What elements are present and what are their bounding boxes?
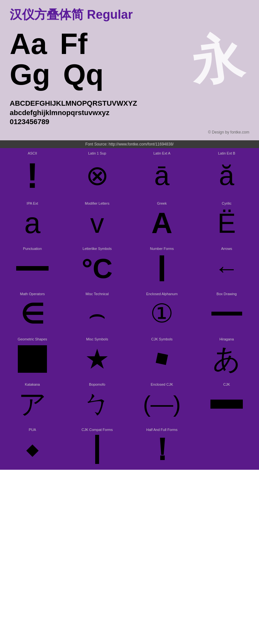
specimen-char-qq: Qq: [63, 60, 104, 89]
cell-glyph-latinexta: ā: [154, 158, 169, 193]
cell-glyph-hiragana: あ: [213, 344, 241, 374]
cell-label-modletters: Modifier Letters: [85, 201, 109, 205]
cell-label-numforms: Number Forms: [150, 247, 174, 251]
yong-char-glyph: 永: [186, 22, 248, 98]
cell-glyph-katakana: ア: [18, 389, 47, 420]
cell-label-bopomofo: Bopomofo: [89, 382, 105, 386]
cell-empty: [194, 424, 259, 470]
cell-modletters: Modifier Letters v: [65, 198, 130, 243]
cell-latin1sup: Latin 1 Sup ⊗: [65, 148, 130, 198]
specimen-char-ff: Ff: [60, 29, 87, 59]
cell-glyph-greek: Α: [152, 208, 173, 239]
cell-label-cjksym: CJK Symbols: [151, 337, 173, 341]
cell-label-katakana: Katakana: [25, 382, 40, 386]
cell-glyph-pua: ◆: [26, 434, 39, 465]
cell-label-geoshapes: Geometric Shapes: [17, 337, 47, 341]
credit-line: © Design by fontke.com: [10, 128, 249, 137]
specimen-row-1: Aa Ff: [10, 29, 185, 59]
cell-label-latinexta: Latin Ext A: [153, 151, 171, 155]
cell-punctuation: Punctuation: [0, 243, 65, 289]
cell-label-miscsym: Misc Symbols: [86, 337, 108, 341]
cell-cjkcompat: CJK Compat Forms: [65, 424, 130, 470]
specimen-area: Aa Ff Gg Qq 永: [10, 26, 249, 94]
cell-halfandfull: Half And Full Forms ！: [130, 424, 194, 470]
cell-glyph-ascii: !: [27, 158, 39, 193]
cell-glyph-punctuation: [16, 253, 49, 284]
cell-arrows: Arrows ←: [194, 243, 259, 289]
cell-numforms: Number Forms: [130, 243, 194, 289]
cell-glyph-enccjk: (—): [143, 389, 181, 420]
cell-boxdraw: Box Drawing: [194, 289, 259, 334]
cell-glyph-cjkcompat: [95, 434, 99, 465]
cell-enccjk: Enclosed CJK (—): [130, 379, 194, 424]
cell-label-punctuation: Punctuation: [23, 247, 42, 251]
cell-label-latin1sup: Latin 1 Sup: [88, 151, 106, 155]
cell-glyph-cjksym: [157, 344, 167, 374]
cell-hiragana: Hiragana あ: [194, 334, 259, 379]
specimen-row-2: Gg Qq: [10, 60, 185, 89]
cell-glyph-bopomofo: ㄅ: [83, 389, 111, 420]
specimen-char-aa: Aa: [10, 29, 47, 59]
cell-label-ipaext: IPA Ext: [27, 201, 38, 205]
cell-bopomofo: Bopomofo ㄅ: [65, 379, 130, 424]
source-bar: Font Source: http://www.fontke.com/font/…: [0, 140, 259, 148]
alphabet-lower: abcdefghijklmnopqrstuvwxyz: [10, 108, 249, 118]
cell-label-latinextb: Latin Ext B: [218, 151, 235, 155]
cell-geoshapes: Geometric Shapes: [0, 334, 65, 379]
cell-label-cjkcompat: CJK Compat Forms: [82, 428, 113, 432]
specimen-char-gg: Gg: [10, 60, 50, 89]
digits: 0123456789: [10, 117, 249, 127]
cell-label-enccjk: Enclosed CJK: [151, 382, 173, 386]
cell-glyph-mathop: ∈: [20, 298, 44, 329]
cell-letterlike: Letterlike Symbols °C: [65, 243, 130, 289]
cell-glyph-miscsym: ★: [85, 344, 109, 374]
header-section: 汉仪方叠体简 Regular Aa Ff Gg Qq 永 ABCDEFGHIJK…: [0, 0, 259, 140]
cell-label-letterlike: Letterlike Symbols: [83, 247, 112, 251]
cell-cyrilic: Cyrilic Ё: [194, 198, 259, 243]
cell-glyph-encalpha: ①: [150, 298, 174, 329]
cell-cjk: CJK: [194, 379, 259, 424]
alphabet-upper: ABCDEFGHIJKLMNOPQRSTUVWXYZ: [10, 99, 249, 108]
cell-ascii: ASCII !: [0, 148, 65, 198]
cell-glyph-letterlike: °C: [82, 253, 112, 284]
cell-encalpha: Enclosed Alphanum ①: [130, 289, 194, 334]
cell-glyph-cjk: [210, 389, 243, 420]
font-title: 汉仪方叠体简 Regular: [10, 6, 249, 23]
grid-section: ASCII ! Latin 1 Sup ⊗ Latin Ext A ā Lati…: [0, 148, 259, 470]
cell-glyph-ipaext: a: [24, 208, 40, 239]
cell-glyph-cyrilic: Ё: [218, 208, 236, 239]
cell-label-boxdraw: Box Drawing: [217, 292, 237, 296]
specimen-letters: Aa Ff Gg Qq: [10, 29, 185, 91]
grid-container: ASCII ! Latin 1 Sup ⊗ Latin Ext A ā Lati…: [0, 148, 259, 470]
cell-label-pua: PUA: [29, 428, 36, 432]
cell-glyph-halfandfull: ！: [147, 434, 177, 465]
yong-char: 永: [185, 29, 249, 91]
cell-glyph-boxdraw: [211, 298, 242, 329]
cell-cjksym: CJK Symbols: [130, 334, 194, 379]
cell-miscsym: Misc Symbols ★: [65, 334, 130, 379]
cell-mathop: Math Operators ∈: [0, 289, 65, 334]
cell-glyph-latin1sup: ⊗: [86, 158, 109, 193]
cell-label-hiragana: Hiragana: [220, 337, 234, 341]
cell-pua: PUA ◆: [0, 424, 65, 470]
cell-label-arrows: Arrows: [221, 247, 232, 251]
cell-glyph-latinextb: ă: [219, 158, 234, 193]
cell-glyph-geoshapes: [18, 344, 47, 374]
cell-greek: Greek Α: [130, 198, 194, 243]
cell-label-halfandfull: Half And Full Forms: [146, 428, 178, 432]
cell-glyph-misctech: ⌢: [88, 298, 106, 329]
cell-label-encalpha: Enclosed Alphanum: [146, 292, 177, 296]
cell-glyph-numforms: [160, 253, 164, 284]
cell-glyph-arrows: ←: [215, 253, 239, 284]
alphabet-section: ABCDEFGHIJKLMNOPQRSTUVWXYZ abcdefghijklm…: [10, 94, 249, 128]
cell-latinexta: Latin Ext A ā: [130, 148, 194, 198]
cell-latinextb: Latin Ext B ă: [194, 148, 259, 198]
cell-label-ascii: ASCII: [28, 151, 37, 155]
cell-label-mathop: Math Operators: [20, 292, 45, 296]
cell-glyph-modletters: v: [90, 208, 104, 239]
cell-misctech: Misc Technical ⌢: [65, 289, 130, 334]
cell-label-greek: Greek: [157, 201, 167, 205]
cell-ipaext: IPA Ext a: [0, 198, 65, 243]
cell-label-cyrilic: Cyrilic: [222, 201, 231, 205]
cell-katakana: Katakana ア: [0, 379, 65, 424]
